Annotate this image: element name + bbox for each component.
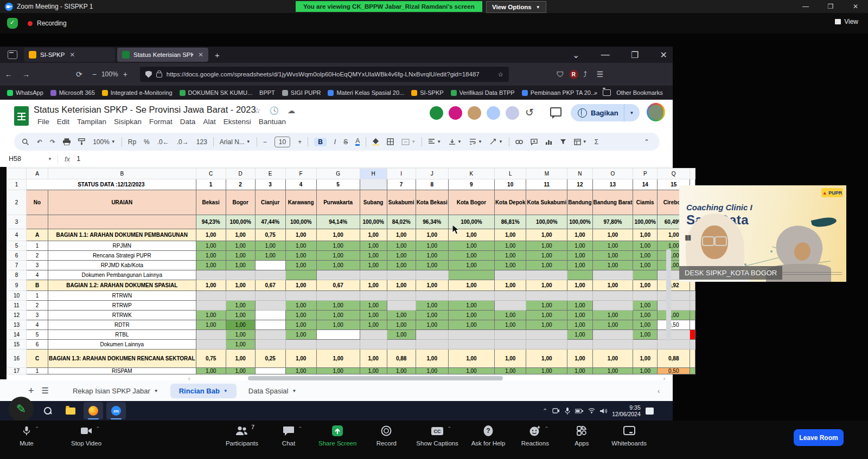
tray-camera-icon[interactable] (552, 408, 560, 414)
tab-menu-icon[interactable]: ▼ (154, 389, 158, 393)
col-header-K[interactable]: K (448, 169, 494, 179)
row-header[interactable]: 11 (7, 301, 27, 311)
strikethrough-button[interactable]: S (343, 138, 348, 146)
cell-a[interactable]: 5 (27, 330, 48, 340)
row-header[interactable]: 7 (7, 261, 27, 270)
percentage-cell[interactable]: 97,80% (592, 215, 633, 229)
scroll-down-icon[interactable]: ⌄ (666, 370, 671, 376)
sliver-cell[interactable] (690, 368, 695, 374)
row-label-cell[interactable]: RTBL (48, 330, 196, 340)
value-cell[interactable]: 1,00 (592, 311, 633, 320)
view-options-button[interactable]: View Options▼ (486, 1, 546, 13)
minimize-button[interactable]: — (793, 0, 818, 13)
value-cell[interactable]: 1,00 (592, 280, 633, 291)
formula-input[interactable]: 1 (76, 155, 80, 163)
value-cell[interactable]: 1,00 (448, 261, 494, 270)
value-cell[interactable] (494, 291, 526, 301)
row-label-cell[interactable]: BAGIAN 1.3: ARAHAN DOKUMEN RENCANA SEKTO… (48, 350, 196, 368)
tab-menu-icon[interactable]: ▼ (292, 389, 297, 393)
value-cell[interactable]: 1,00 (416, 320, 448, 330)
reload-icon[interactable]: ⟳ (76, 70, 82, 79)
value-cell[interactable] (448, 330, 494, 340)
back-icon[interactable]: ← (5, 70, 12, 79)
value-cell[interactable] (592, 291, 633, 301)
value-cell[interactable]: 1,00 (416, 311, 448, 320)
value-cell[interactable]: 1,00 (360, 241, 387, 251)
value-cell[interactable] (316, 291, 360, 301)
value-cell[interactable] (285, 340, 316, 350)
value-cell[interactable] (494, 301, 526, 311)
chevron-up-icon[interactable]: ⌃ (298, 426, 302, 431)
font-size-decrease[interactable]: − (263, 138, 267, 146)
reactions-button[interactable]: ⌃Reactions (518, 424, 552, 447)
value-cell[interactable]: 1,00 (658, 311, 690, 320)
value-cell[interactable] (360, 330, 387, 340)
value-cell[interactable]: 1,00 (567, 350, 592, 368)
city-cell[interactable]: Kota Bekasi (416, 190, 448, 215)
row-header[interactable]: 3 (7, 215, 27, 229)
functions-button[interactable]: Σ (595, 138, 598, 146)
forward-icon[interactable]: → (22, 70, 30, 79)
value-cell[interactable]: 1,00 (567, 320, 592, 330)
value-cell[interactable]: 1,00 (633, 350, 658, 368)
col-header-M[interactable]: M (526, 169, 567, 179)
cell-uraian[interactable]: URAIAN (48, 190, 196, 215)
value-cell[interactable]: 1,00 (226, 330, 255, 340)
value-cell[interactable]: 1,00 (226, 320, 255, 330)
value-cell[interactable] (360, 270, 387, 280)
collapse-toolbar-icon[interactable]: ⌃ (644, 138, 649, 146)
status-data-cell[interactable]: STATUS DATA :12/12/2023 (27, 179, 196, 190)
value-cell[interactable]: 1,00 (360, 368, 387, 374)
print-icon[interactable] (63, 138, 71, 145)
value-cell[interactable]: 1,00 (316, 320, 360, 330)
mute-button[interactable]: ⌃Mute (10, 424, 43, 447)
chevron-up-icon[interactable]: ⌃ (447, 426, 451, 431)
value-cell[interactable]: 1,00 (360, 311, 387, 320)
value-cell[interactable] (592, 340, 633, 350)
bookmark-item[interactable]: Verifikasi Data BTPP (451, 89, 515, 96)
document-title[interactable]: Status Keterisian SPKP - Se Provinsi Jaw… (34, 105, 256, 115)
cell[interactable]: 4 (285, 179, 316, 190)
value-cell[interactable]: 0,67 (316, 280, 360, 291)
value-cell[interactable]: 1,00 (416, 261, 448, 270)
browser-tab-1[interactable]: SI-SPKP ✕ (24, 48, 115, 62)
text-wrap-button[interactable]: ▼ (469, 139, 482, 145)
tab-menu-icon[interactable]: ▼ (224, 389, 228, 393)
value-cell[interactable]: 1,00 (285, 311, 316, 320)
row-label-cell[interactable]: Dokumen Pembangunan Lainnya (48, 270, 196, 280)
value-cell[interactable] (360, 340, 387, 350)
record-button[interactable]: Record (369, 424, 403, 447)
value-cell[interactable]: 1,00 (526, 350, 567, 368)
row-header[interactable]: 15 (7, 340, 27, 350)
move-icon[interactable]: 🕓 (270, 106, 279, 115)
cell-a[interactable]: 1 (27, 291, 48, 301)
value-cell[interactable]: 1,00 (526, 320, 567, 330)
value-cell[interactable]: 1,00 (255, 251, 285, 261)
menu-edit[interactable]: Edit (53, 117, 73, 127)
value-cell[interactable] (567, 340, 592, 350)
value-cell[interactable] (658, 301, 690, 311)
increase-decimal-button[interactable]: .0→ (177, 138, 189, 146)
row-label-cell[interactable]: Rencana Strategi PUPR (48, 251, 196, 261)
collaborator-anonymous-avatar[interactable] (505, 105, 520, 121)
value-cell[interactable]: 1,00 (316, 311, 360, 320)
sliver-cell[interactable] (690, 311, 695, 320)
vscroll-thumb[interactable] (666, 249, 671, 341)
bookmark-item[interactable]: Microsoft 365 (50, 89, 95, 96)
tab-close-icon[interactable]: ✕ (69, 51, 75, 59)
city-cell[interactable]: Bogor (226, 190, 255, 215)
value-cell[interactable]: 1,00 (592, 368, 633, 374)
browser-zoom-level[interactable]: 100% (101, 70, 118, 78)
value-cell[interactable] (494, 330, 526, 340)
sliver-cell[interactable] (690, 350, 695, 368)
value-cell[interactable]: 1,00 (196, 241, 226, 251)
percentage-cell[interactable]: 100,00% (226, 215, 255, 229)
value-cell[interactable]: 1,00 (633, 280, 658, 291)
value-cell[interactable] (316, 270, 360, 280)
cell-a[interactable]: 2 (27, 301, 48, 311)
sheets-logo-icon[interactable] (14, 106, 29, 126)
row-header[interactable]: 8 (7, 270, 27, 280)
value-cell[interactable]: 1,00 (494, 368, 526, 374)
value-cell[interactable]: 1,00 (526, 311, 567, 320)
value-cell[interactable] (285, 291, 316, 301)
